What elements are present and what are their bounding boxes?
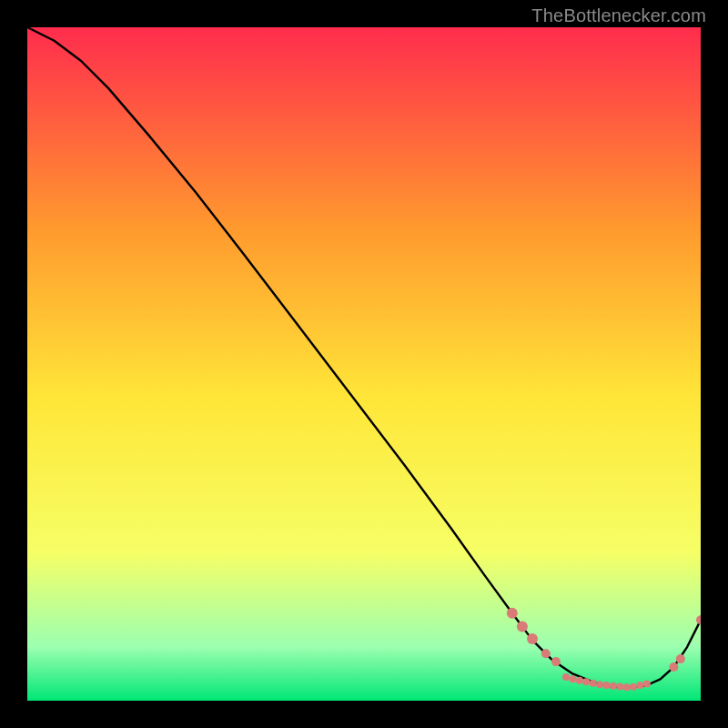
data-marker (676, 654, 685, 663)
data-marker (527, 633, 538, 644)
bottleneck-chart (27, 27, 701, 701)
gradient-background (27, 27, 701, 701)
data-marker (582, 678, 590, 685)
attribution-label: TheBottlenecker.com (531, 5, 706, 26)
data-marker (623, 683, 631, 691)
plot-area (27, 27, 701, 701)
data-marker (551, 657, 561, 666)
data-marker (616, 683, 623, 691)
chart-stage: TheBottlenecker.com (0, 0, 728, 728)
data-marker (569, 675, 576, 682)
data-marker (630, 683, 637, 691)
data-marker (507, 608, 518, 619)
data-marker (669, 662, 678, 672)
data-marker (596, 681, 603, 688)
data-marker (541, 649, 551, 658)
data-marker (636, 682, 643, 689)
data-marker (517, 622, 528, 632)
data-marker (602, 682, 610, 689)
data-marker (562, 673, 570, 681)
data-marker (610, 682, 617, 690)
data-marker (590, 680, 597, 687)
data-marker (576, 677, 583, 684)
data-marker (643, 681, 651, 688)
